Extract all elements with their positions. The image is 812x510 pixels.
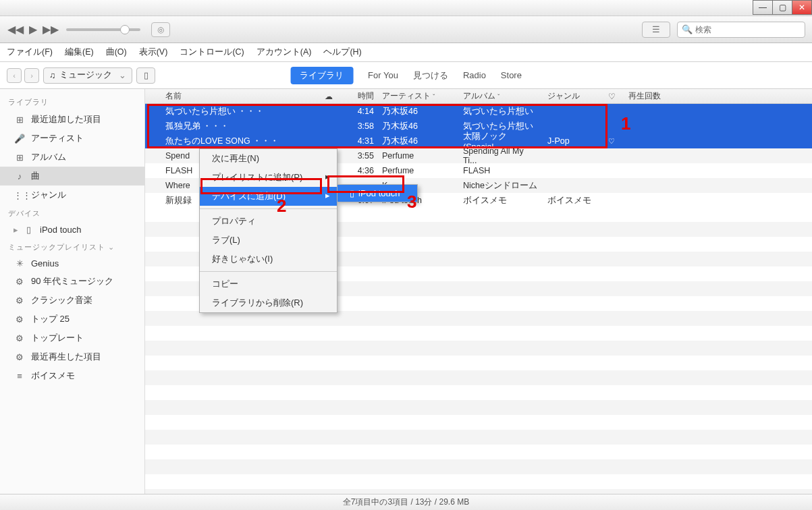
cell-time: 3:55 (341, 151, 378, 161)
sidebar-label: アルバム (31, 151, 66, 163)
annotation-number-1: 1 (621, 113, 630, 134)
sidebar-item[interactable]: ✳Genius (0, 255, 144, 272)
cell-artist: 乃木坂46 (378, 106, 459, 117)
status-text: 全7項目中の3項目 / 13分 / 29.6 MB (343, 497, 469, 508)
tab-browse[interactable]: 見つける (413, 69, 448, 82)
context-menu-item[interactable]: 次に再生(N) (200, 149, 337, 168)
device-button[interactable]: ▯ (136, 67, 155, 84)
col-genre[interactable]: ジャンル (543, 90, 604, 102)
ctx-label: 次に再生(N) (212, 153, 259, 163)
tab-foryou[interactable]: For You (368, 70, 398, 80)
submenu-item-ipod[interactable]: ▯iPod touch (337, 185, 417, 202)
sidebar-label: トップレート (31, 332, 84, 344)
forward-button[interactable]: › (24, 68, 39, 83)
cell-artist: Perfume (378, 151, 459, 161)
next-button[interactable]: ▶▶ (42, 23, 59, 36)
submenu-label: iPod touch (358, 188, 400, 198)
ctx-label: プロパティ (212, 216, 256, 226)
search-box[interactable]: 🔍 (677, 22, 805, 38)
cell-heart: ♡ (604, 137, 624, 146)
sidebar-item[interactable]: ⚙クラシック音楽 (0, 291, 144, 310)
column-headers: 名前 ☁ 時間 アーティスト ˇ アルバム ˇ ジャンル ♡ 再生回数 (145, 89, 812, 104)
close-button[interactable]: ✕ (792, 0, 812, 15)
list-view-button[interactable]: ☰ (642, 22, 670, 38)
sidebar-label: アーティスト (31, 132, 84, 144)
minimize-button[interactable]: — (753, 0, 773, 15)
ctx-label: プレイリストに追加(P) (212, 172, 302, 182)
context-menu-item[interactable]: ラブ(L) (200, 231, 337, 250)
sidebar-item[interactable]: ⊞アルバム (0, 148, 144, 167)
cell-genre: ボイスメモ (543, 195, 604, 206)
sidebar-icon: ⊞ (13, 152, 26, 163)
sidebar-item[interactable]: ≡ボイスメモ (0, 366, 144, 385)
cell-artist: Perfume (378, 166, 459, 175)
sidebar-icon: ⚙ (13, 314, 26, 324)
device-icon: ▯ (350, 188, 354, 198)
sidebar-item[interactable]: ⊞最近追加した項目 (0, 110, 144, 129)
sidebar-item[interactable]: ♪曲 (0, 167, 144, 186)
cell-album: ボイスメモ (459, 195, 543, 206)
maximize-button[interactable]: ▢ (772, 0, 792, 15)
sidebar-item[interactable]: ⚙トップ 25 (0, 310, 144, 329)
cell-album: Nicheシンドローム (459, 180, 543, 192)
sidebar-item[interactable]: ⚙90 年代ミュージック (0, 272, 144, 291)
menu-controls[interactable]: コントロール(C) (180, 47, 244, 58)
play-button[interactable]: ▶ (24, 23, 42, 36)
cell-name: 気づいたら片想い ・・・ (145, 106, 321, 117)
tab-library[interactable]: ライブラリ (290, 67, 353, 84)
sidebar-icon: ⚙ (13, 352, 26, 362)
track-row[interactable]: 気づいたら片想い ・・・4:14乃木坂46気づいたら片想い (145, 104, 812, 119)
sidebar: ライブラリ ⊞最近追加した項目🎤アーティスト⊞アルバム♪曲⋮⋮ジャンル デバイス… (0, 89, 145, 494)
menu-edit[interactable]: 編集(E) (65, 47, 94, 58)
cell-album: 気づいたら片想い (459, 106, 543, 117)
context-menu-item[interactable]: コピー (200, 275, 337, 293)
context-menu-item[interactable]: プロパティ (200, 212, 337, 231)
col-heart[interactable]: ♡ (604, 92, 624, 101)
cell-name: 孤独兄弟 ・・・ (145, 121, 321, 132)
context-menu-item[interactable]: プレイリストに追加(P)▸ (200, 168, 337, 187)
volume-slider[interactable] (66, 28, 140, 31)
media-type-dropdown[interactable]: ♫ ミュージック ⌄ (43, 67, 132, 84)
ctx-label: 好きじゃない(I) (212, 254, 273, 264)
back-button[interactable]: ‹ (7, 68, 22, 83)
context-menu-item[interactable]: 好きじゃない(I) (200, 250, 337, 268)
ctx-label: コピー (212, 279, 238, 289)
sidebar-item-device[interactable]: ▸▯iPod touch (0, 221, 144, 238)
sidebar-label: ボイスメモ (31, 370, 75, 382)
airplay-button[interactable]: ◎ (151, 22, 170, 37)
ctx-label: ライブラリから削除(R) (212, 298, 303, 308)
sidebar-icon: 🎤 (13, 134, 26, 144)
chevron-right-icon: ▸ (325, 171, 330, 181)
col-cloud[interactable]: ☁ (321, 92, 341, 101)
context-menu-item[interactable]: デバイスに追加(D)▸▯iPod touch (200, 187, 337, 206)
col-name[interactable]: 名前 (145, 90, 321, 102)
search-input[interactable] (695, 25, 801, 34)
menu-help[interactable]: ヘルプ(H) (323, 47, 361, 58)
col-album[interactable]: アルバム ˇ (459, 90, 543, 102)
sidebar-item[interactable]: 🎤アーティスト (0, 129, 144, 148)
col-plays[interactable]: 再生回数 (624, 90, 812, 102)
menu-view[interactable]: 表示(V) (139, 47, 168, 58)
previous-button[interactable]: ◀◀ (7, 23, 24, 36)
col-artist[interactable]: アーティスト ˇ (378, 90, 459, 102)
sidebar-item[interactable]: ⚙トップレート (0, 329, 144, 347)
sidebar-icon: ⚙ (13, 295, 26, 306)
sidebar-icon: ✳ (13, 258, 26, 268)
sidebar-label: ジャンル (31, 189, 66, 201)
cell-time: 4:14 (341, 107, 378, 116)
menu-account[interactable]: アカウント(A) (256, 47, 312, 58)
context-menu-item[interactable]: ライブラリから削除(R) (200, 293, 337, 312)
music-icon: ♫ (49, 71, 55, 80)
sidebar-item[interactable]: ⋮⋮ジャンル (0, 186, 144, 204)
sidebar-item[interactable]: ⚙最近再生した項目 (0, 347, 144, 366)
menu-song[interactable]: 曲(O) (106, 47, 127, 58)
sidebar-header-devices: デバイス (0, 204, 144, 221)
sidebar-icon: ⚙ (13, 277, 26, 287)
tab-radio[interactable]: Radio (463, 70, 486, 80)
menu-file[interactable]: ファイル(F) (7, 47, 53, 58)
sidebar-header-library: ライブラリ (0, 93, 144, 110)
sidebar-icon: ♪ (13, 171, 26, 181)
col-time[interactable]: 時間 (341, 90, 378, 102)
tab-store[interactable]: Store (501, 70, 522, 80)
playback-toolbar: ◀◀ ▶ ▶▶ ◎ ☰ 🔍 (0, 16, 812, 43)
